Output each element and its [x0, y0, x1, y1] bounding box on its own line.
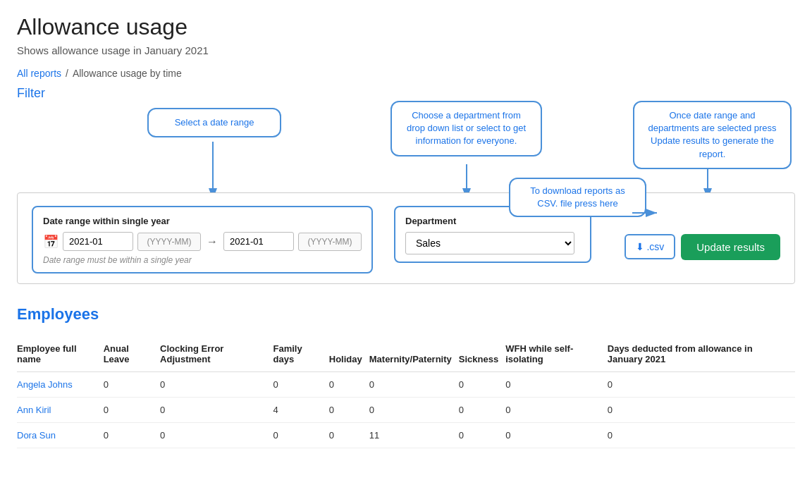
- clocking-error-cell: 0: [160, 398, 273, 423]
- col-header-wfh: WFH while self-isolating: [505, 338, 608, 372]
- wfh-cell: 0: [505, 372, 608, 398]
- annual-leave-cell: 0: [104, 423, 160, 448]
- col-header-holiday: Holiday: [329, 338, 369, 372]
- wfh-cell: 0: [505, 423, 608, 448]
- date-start-placeholder: (YYYY-MM): [137, 233, 201, 251]
- holiday-cell: 0: [329, 398, 369, 423]
- tooltip-department: Choose a department from drop down list …: [390, 101, 542, 156]
- col-header-family-days: Family days: [273, 338, 329, 372]
- employee-name[interactable]: Dora Sun: [17, 423, 104, 448]
- annual-leave-cell: 0: [104, 398, 160, 423]
- col-header-sickness: Sickness: [459, 338, 505, 372]
- date-range-label: Date range within single year: [43, 216, 362, 226]
- employee-name[interactable]: Ann Kiril: [17, 398, 104, 423]
- department-label: Department: [405, 216, 580, 226]
- wfh-cell: 0: [505, 398, 608, 423]
- sickness-cell: 0: [459, 398, 505, 423]
- holiday-cell: 0: [329, 423, 369, 448]
- family-days-cell: 0: [273, 372, 329, 398]
- clocking-error-cell: 0: [160, 423, 273, 448]
- clocking-error-cell: 0: [160, 372, 273, 398]
- days-deducted-cell: 0: [608, 398, 795, 423]
- maternity-cell: 0: [369, 398, 459, 423]
- table-header-row: Employee full name Anual Leave Clocking …: [17, 338, 795, 372]
- family-days-cell: 0: [273, 423, 329, 448]
- col-header-days-deducted: Days deducted from allowance in January …: [608, 338, 795, 372]
- breadcrumb-current: Allowance usage by time: [73, 68, 182, 79]
- sickness-cell: 0: [459, 372, 505, 398]
- employee-name[interactable]: Angela Johns: [17, 372, 104, 398]
- employees-title: Employees: [17, 305, 795, 324]
- col-header-name: Employee full name: [17, 338, 104, 372]
- date-start-input[interactable]: [63, 232, 133, 251]
- filter-label: Filter: [17, 86, 795, 101]
- breadcrumb-link[interactable]: All reports: [17, 68, 61, 79]
- filter-section: Filter Select a date range Choose a depa…: [17, 86, 795, 284]
- col-header-annual-leave: Anual Leave: [104, 338, 160, 372]
- date-range-group: Date range within single year 📅 (YYYY-MM…: [32, 206, 373, 273]
- breadcrumb-separator: /: [66, 68, 68, 79]
- date-arrow-separator: →: [205, 235, 219, 248]
- date-end-input[interactable]: [223, 232, 294, 251]
- tooltip-update: Once date range and departments are sele…: [633, 101, 792, 169]
- table-row: Dora Sun 0 0 0 0 11 0 0 0: [17, 423, 795, 448]
- table-row: Ann Kiril 0 0 4 0 0 0 0 0: [17, 398, 795, 423]
- days-deducted-cell: 0: [608, 372, 795, 398]
- family-days-cell: 4: [273, 398, 329, 423]
- days-deducted-cell: 0: [608, 423, 795, 448]
- employees-section: Employees Employee full name Anual Leave…: [17, 305, 795, 448]
- maternity-cell: 0: [369, 372, 459, 398]
- date-end-placeholder: (YYYY-MM): [298, 233, 362, 251]
- table-row: Angela Johns 0 0 0 0 0 0 0 0: [17, 372, 795, 398]
- annual-leave-cell: 0: [104, 372, 160, 398]
- update-results-button[interactable]: Update results: [681, 234, 780, 260]
- employees-table: Employee full name Anual Leave Clocking …: [17, 338, 795, 448]
- filter-actions: To download reports as CSV. file press h…: [625, 220, 781, 260]
- department-select[interactable]: Sales Engineering Marketing HR Finance A…: [405, 232, 574, 254]
- breadcrumb: All reports / Allowance usage by time: [17, 68, 795, 79]
- date-hint: Date range must be within a single year: [43, 255, 362, 265]
- sickness-cell: 0: [459, 423, 505, 448]
- csv-download-button[interactable]: ⬇ .csv: [625, 234, 676, 259]
- col-header-maternity: Maternity/Paternity: [369, 338, 459, 372]
- page-title: Allowance usage: [17, 14, 795, 40]
- tooltip-csv: To download reports as CSV. file press h…: [509, 178, 646, 217]
- filter-box: Date range within single year 📅 (YYYY-MM…: [17, 192, 795, 284]
- page-subtitle: Shows allowance usage in January 2021: [17, 44, 795, 56]
- col-header-clocking-error: Clocking Error Adjustment: [160, 338, 273, 372]
- tooltip-date-range: Select a date range: [147, 108, 281, 137]
- calendar-icon: 📅: [43, 234, 59, 250]
- date-inputs-row: 📅 (YYYY-MM) → (YYYY-MM): [43, 232, 362, 251]
- maternity-cell: 11: [369, 423, 459, 448]
- holiday-cell: 0: [329, 372, 369, 398]
